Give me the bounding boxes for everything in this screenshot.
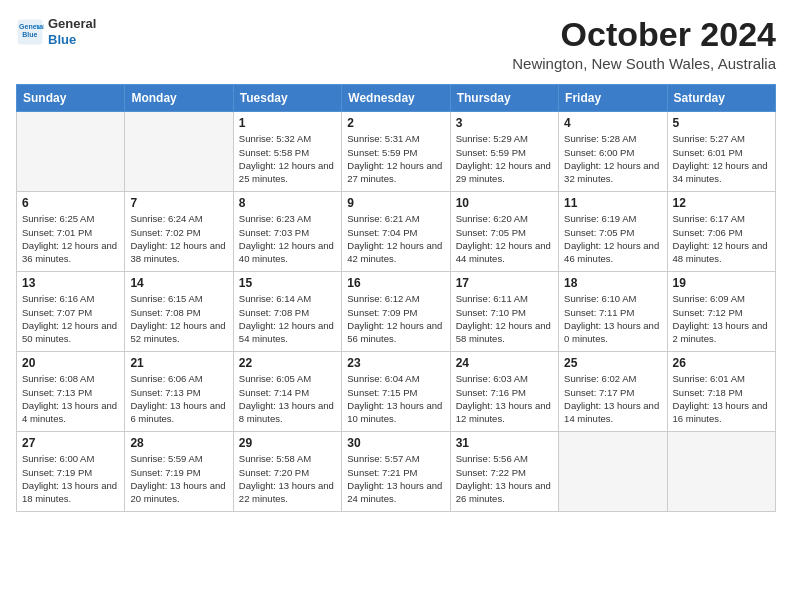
calendar-cell: 13Sunrise: 6:16 AMSunset: 7:07 PMDayligh… (17, 272, 125, 352)
day-number: 18 (564, 276, 661, 290)
day-detail: Sunrise: 6:02 AMSunset: 7:17 PMDaylight:… (564, 372, 661, 425)
day-detail: Sunrise: 6:17 AMSunset: 7:06 PMDaylight:… (673, 212, 770, 265)
header-row: SundayMondayTuesdayWednesdayThursdayFrid… (17, 85, 776, 112)
calendar-cell: 20Sunrise: 6:08 AMSunset: 7:13 PMDayligh… (17, 352, 125, 432)
day-detail: Sunrise: 5:31 AMSunset: 5:59 PMDaylight:… (347, 132, 444, 185)
calendar-cell: 2Sunrise: 5:31 AMSunset: 5:59 PMDaylight… (342, 112, 450, 192)
month-title: October 2024 (512, 16, 776, 53)
day-detail: Sunrise: 5:28 AMSunset: 6:00 PMDaylight:… (564, 132, 661, 185)
calendar-cell: 25Sunrise: 6:02 AMSunset: 7:17 PMDayligh… (559, 352, 667, 432)
calendar-cell: 29Sunrise: 5:58 AMSunset: 7:20 PMDayligh… (233, 432, 341, 512)
day-detail: Sunrise: 6:10 AMSunset: 7:11 PMDaylight:… (564, 292, 661, 345)
week-row-5: 27Sunrise: 6:00 AMSunset: 7:19 PMDayligh… (17, 432, 776, 512)
calendar-cell: 15Sunrise: 6:14 AMSunset: 7:08 PMDayligh… (233, 272, 341, 352)
day-number: 9 (347, 196, 444, 210)
day-detail: Sunrise: 5:59 AMSunset: 7:19 PMDaylight:… (130, 452, 227, 505)
day-detail: Sunrise: 5:32 AMSunset: 5:58 PMDaylight:… (239, 132, 336, 185)
calendar-cell: 5Sunrise: 5:27 AMSunset: 6:01 PMDaylight… (667, 112, 775, 192)
logo: General Blue General Blue (16, 16, 96, 49)
week-row-4: 20Sunrise: 6:08 AMSunset: 7:13 PMDayligh… (17, 352, 776, 432)
day-number: 2 (347, 116, 444, 130)
day-detail: Sunrise: 6:11 AMSunset: 7:10 PMDaylight:… (456, 292, 553, 345)
day-number: 8 (239, 196, 336, 210)
logo-text: General Blue (48, 16, 96, 49)
day-detail: Sunrise: 6:05 AMSunset: 7:14 PMDaylight:… (239, 372, 336, 425)
calendar-cell: 7Sunrise: 6:24 AMSunset: 7:02 PMDaylight… (125, 192, 233, 272)
calendar-cell: 24Sunrise: 6:03 AMSunset: 7:16 PMDayligh… (450, 352, 558, 432)
calendar-cell: 30Sunrise: 5:57 AMSunset: 7:21 PMDayligh… (342, 432, 450, 512)
title-block: October 2024 Newington, New South Wales,… (512, 16, 776, 72)
day-detail: Sunrise: 6:06 AMSunset: 7:13 PMDaylight:… (130, 372, 227, 425)
day-detail: Sunrise: 6:24 AMSunset: 7:02 PMDaylight:… (130, 212, 227, 265)
calendar-cell: 16Sunrise: 6:12 AMSunset: 7:09 PMDayligh… (342, 272, 450, 352)
page-header: General Blue General Blue October 2024 N… (16, 16, 776, 72)
day-number: 14 (130, 276, 227, 290)
day-number: 4 (564, 116, 661, 130)
calendar-cell: 8Sunrise: 6:23 AMSunset: 7:03 PMDaylight… (233, 192, 341, 272)
calendar-cell: 27Sunrise: 6:00 AMSunset: 7:19 PMDayligh… (17, 432, 125, 512)
calendar-cell: 17Sunrise: 6:11 AMSunset: 7:10 PMDayligh… (450, 272, 558, 352)
day-header-saturday: Saturday (667, 85, 775, 112)
day-header-sunday: Sunday (17, 85, 125, 112)
calendar-table: SundayMondayTuesdayWednesdayThursdayFrid… (16, 84, 776, 512)
day-header-monday: Monday (125, 85, 233, 112)
day-detail: Sunrise: 6:16 AMSunset: 7:07 PMDaylight:… (22, 292, 119, 345)
day-header-wednesday: Wednesday (342, 85, 450, 112)
calendar-cell: 12Sunrise: 6:17 AMSunset: 7:06 PMDayligh… (667, 192, 775, 272)
day-number: 3 (456, 116, 553, 130)
week-row-1: 1Sunrise: 5:32 AMSunset: 5:58 PMDaylight… (17, 112, 776, 192)
day-number: 31 (456, 436, 553, 450)
day-number: 22 (239, 356, 336, 370)
day-detail: Sunrise: 5:56 AMSunset: 7:22 PMDaylight:… (456, 452, 553, 505)
day-number: 30 (347, 436, 444, 450)
day-number: 19 (673, 276, 770, 290)
calendar-cell: 4Sunrise: 5:28 AMSunset: 6:00 PMDaylight… (559, 112, 667, 192)
calendar-cell: 18Sunrise: 6:10 AMSunset: 7:11 PMDayligh… (559, 272, 667, 352)
day-number: 26 (673, 356, 770, 370)
day-number: 24 (456, 356, 553, 370)
day-detail: Sunrise: 6:15 AMSunset: 7:08 PMDaylight:… (130, 292, 227, 345)
day-detail: Sunrise: 6:08 AMSunset: 7:13 PMDaylight:… (22, 372, 119, 425)
day-header-tuesday: Tuesday (233, 85, 341, 112)
day-detail: Sunrise: 6:09 AMSunset: 7:12 PMDaylight:… (673, 292, 770, 345)
day-number: 13 (22, 276, 119, 290)
day-detail: Sunrise: 6:25 AMSunset: 7:01 PMDaylight:… (22, 212, 119, 265)
calendar-cell: 1Sunrise: 5:32 AMSunset: 5:58 PMDaylight… (233, 112, 341, 192)
day-number: 28 (130, 436, 227, 450)
day-number: 12 (673, 196, 770, 210)
logo-icon: General Blue (16, 18, 44, 46)
day-detail: Sunrise: 5:57 AMSunset: 7:21 PMDaylight:… (347, 452, 444, 505)
calendar-cell (17, 112, 125, 192)
day-number: 25 (564, 356, 661, 370)
day-number: 5 (673, 116, 770, 130)
day-detail: Sunrise: 6:01 AMSunset: 7:18 PMDaylight:… (673, 372, 770, 425)
week-row-2: 6Sunrise: 6:25 AMSunset: 7:01 PMDaylight… (17, 192, 776, 272)
calendar-cell: 3Sunrise: 5:29 AMSunset: 5:59 PMDaylight… (450, 112, 558, 192)
week-row-3: 13Sunrise: 6:16 AMSunset: 7:07 PMDayligh… (17, 272, 776, 352)
day-detail: Sunrise: 6:00 AMSunset: 7:19 PMDaylight:… (22, 452, 119, 505)
calendar-cell (559, 432, 667, 512)
day-detail: Sunrise: 5:27 AMSunset: 6:01 PMDaylight:… (673, 132, 770, 185)
calendar-cell: 19Sunrise: 6:09 AMSunset: 7:12 PMDayligh… (667, 272, 775, 352)
calendar-cell: 11Sunrise: 6:19 AMSunset: 7:05 PMDayligh… (559, 192, 667, 272)
day-number: 15 (239, 276, 336, 290)
day-detail: Sunrise: 6:19 AMSunset: 7:05 PMDaylight:… (564, 212, 661, 265)
day-number: 1 (239, 116, 336, 130)
svg-text:Blue: Blue (22, 31, 37, 38)
day-number: 23 (347, 356, 444, 370)
location-subtitle: Newington, New South Wales, Australia (512, 55, 776, 72)
calendar-cell: 21Sunrise: 6:06 AMSunset: 7:13 PMDayligh… (125, 352, 233, 432)
day-detail: Sunrise: 6:14 AMSunset: 7:08 PMDaylight:… (239, 292, 336, 345)
day-header-thursday: Thursday (450, 85, 558, 112)
day-header-friday: Friday (559, 85, 667, 112)
calendar-cell: 28Sunrise: 5:59 AMSunset: 7:19 PMDayligh… (125, 432, 233, 512)
day-detail: Sunrise: 6:03 AMSunset: 7:16 PMDaylight:… (456, 372, 553, 425)
day-number: 11 (564, 196, 661, 210)
day-number: 29 (239, 436, 336, 450)
day-number: 27 (22, 436, 119, 450)
day-number: 17 (456, 276, 553, 290)
day-number: 7 (130, 196, 227, 210)
day-number: 10 (456, 196, 553, 210)
calendar-cell (125, 112, 233, 192)
calendar-cell: 10Sunrise: 6:20 AMSunset: 7:05 PMDayligh… (450, 192, 558, 272)
